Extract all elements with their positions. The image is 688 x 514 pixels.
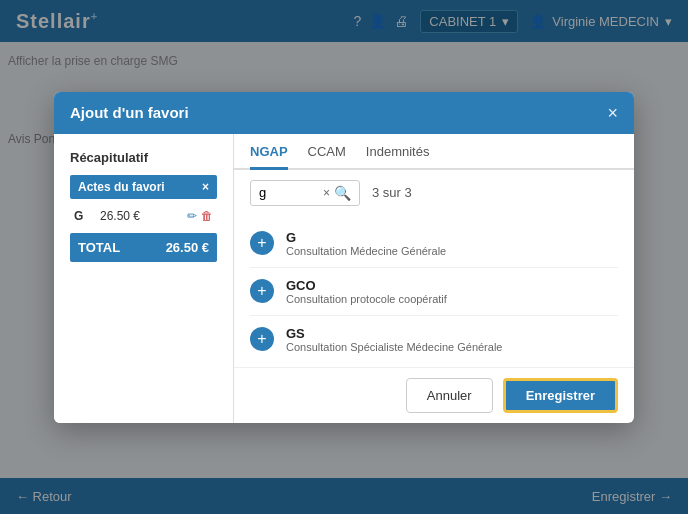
acte-row-0: G 26.50 € ✏ 🗑: [70, 205, 217, 227]
result-info-1: GCO Consultation protocole coopératif: [286, 278, 447, 305]
acte-edit-icon-0[interactable]: ✏: [187, 209, 197, 223]
modal-overlay: Ajout d'un favori × Récapitulatif Actes …: [0, 0, 688, 514]
recap-panel: Récapitulatif Actes du favori × G 26.50 …: [54, 134, 234, 423]
acte-delete-icon-0[interactable]: 🗑: [201, 209, 213, 223]
acte-price-0: 26.50 €: [100, 209, 181, 223]
add-btn-2[interactable]: +: [250, 327, 274, 351]
add-btn-1[interactable]: +: [250, 279, 274, 303]
modal-footer: Annuler Enregistrer: [234, 367, 634, 423]
modal-header: Ajout d'un favori ×: [54, 92, 634, 134]
search-clear-icon[interactable]: ×: [323, 186, 330, 200]
search-area: × 🔍 3 sur 3: [234, 170, 634, 216]
modal-body: Récapitulatif Actes du favori × G 26.50 …: [54, 134, 634, 423]
search-input-wrap: × 🔍: [250, 180, 360, 206]
search-magnifier-icon[interactable]: 🔍: [334, 185, 351, 201]
tabs-row: NGAP CCAM Indemnités: [234, 134, 634, 170]
result-code-1: GCO: [286, 278, 447, 293]
result-desc-0: Consultation Médecine Générale: [286, 245, 446, 257]
result-item-1[interactable]: + GCO Consultation protocole coopératif: [250, 268, 618, 316]
tab-indemnites[interactable]: Indemnités: [366, 144, 430, 170]
modal: Ajout d'un favori × Récapitulatif Actes …: [54, 92, 634, 423]
modal-title: Ajout d'un favori: [70, 104, 189, 121]
right-panel: NGAP CCAM Indemnités × 🔍 3 sur 3: [234, 134, 634, 423]
results-list: + G Consultation Médecine Générale + GCO…: [234, 216, 634, 367]
cancel-button[interactable]: Annuler: [406, 378, 493, 413]
save-button[interactable]: Enregistrer: [503, 378, 618, 413]
recap-title: Récapitulatif: [70, 150, 217, 165]
total-label: TOTAL: [78, 240, 120, 255]
result-info-2: GS Consultation Spécialiste Médecine Gén…: [286, 326, 502, 353]
actes-header: Actes du favori ×: [70, 175, 217, 199]
result-code-0: G: [286, 230, 446, 245]
result-count: 3 sur 3: [372, 185, 412, 200]
tab-ccam[interactable]: CCAM: [308, 144, 346, 170]
result-item-0[interactable]: + G Consultation Médecine Générale: [250, 220, 618, 268]
result-item-2[interactable]: + GS Consultation Spécialiste Médecine G…: [250, 316, 618, 363]
result-code-2: GS: [286, 326, 502, 341]
actes-header-close-icon[interactable]: ×: [202, 180, 209, 194]
acte-code-0: G: [74, 209, 94, 223]
result-desc-1: Consultation protocole coopératif: [286, 293, 447, 305]
add-btn-0[interactable]: +: [250, 231, 274, 255]
actes-header-label: Actes du favori: [78, 180, 165, 194]
total-value: 26.50 €: [166, 240, 209, 255]
result-desc-2: Consultation Spécialiste Médecine Généra…: [286, 341, 502, 353]
acte-actions-0: ✏ 🗑: [187, 209, 213, 223]
result-info-0: G Consultation Médecine Générale: [286, 230, 446, 257]
tab-ngap[interactable]: NGAP: [250, 144, 288, 170]
search-input[interactable]: [259, 185, 319, 200]
modal-close-button[interactable]: ×: [607, 104, 618, 122]
total-bar: TOTAL 26.50 €: [70, 233, 217, 262]
